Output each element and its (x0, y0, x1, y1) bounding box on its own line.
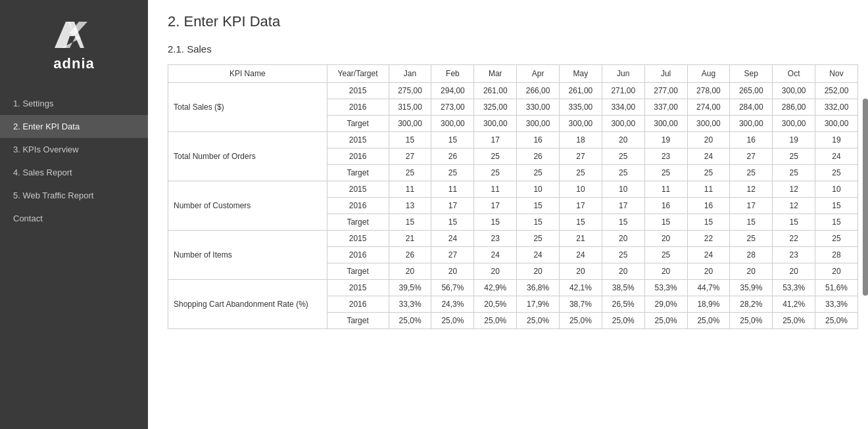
value-cell: 20 (687, 132, 730, 148)
value-cell: 300,00 (644, 116, 687, 132)
sidebar-nav: 1. Settings 2. Enter KPI Data 3. KPIs Ov… (0, 92, 148, 230)
value-cell: 16 (644, 198, 687, 214)
value-cell: 25 (602, 165, 644, 181)
value-cell: 11 (474, 181, 517, 198)
year-cell: 2016 (327, 198, 389, 214)
value-cell: 277,00 (644, 83, 687, 99)
value-cell: 24 (560, 247, 602, 263)
sidebar-item-contact[interactable]: Contact (0, 207, 148, 230)
col-header-jul: Jul (644, 65, 687, 83)
year-cell: Target (327, 313, 389, 329)
value-cell: 300,00 (815, 116, 858, 132)
value-cell: 15 (389, 214, 431, 231)
value-cell: 25 (602, 247, 644, 263)
value-cell: 16 (687, 198, 730, 214)
value-cell: 10 (517, 181, 560, 198)
value-cell: 42,9% (474, 280, 517, 296)
value-cell: 17 (474, 132, 517, 148)
value-cell: 25 (431, 165, 474, 181)
value-cell: 28 (730, 247, 773, 263)
value-cell: 25,0% (517, 313, 560, 329)
value-cell: 19 (815, 132, 858, 148)
value-cell: 25 (517, 165, 560, 181)
value-cell: 25 (815, 165, 858, 181)
year-cell: 2015 (327, 181, 389, 198)
value-cell: 20 (389, 263, 431, 280)
value-cell: 286,00 (773, 99, 815, 116)
col-header-feb: Feb (431, 65, 474, 83)
kpi-name-cell: Number of Customers (168, 181, 327, 231)
value-cell: 39,5% (389, 280, 431, 296)
value-cell: 20 (730, 263, 773, 280)
value-cell: 22 (687, 231, 730, 247)
value-cell: 23 (644, 148, 687, 165)
value-cell: 25,0% (773, 313, 815, 329)
value-cell: 16 (517, 132, 560, 148)
year-cell: 2016 (327, 148, 389, 165)
value-cell: 20 (602, 263, 644, 280)
value-cell: 41,2% (773, 296, 815, 313)
value-cell: 27 (389, 148, 431, 165)
value-cell: 20 (517, 263, 560, 280)
value-cell: 28,2% (730, 296, 773, 313)
value-cell: 15 (773, 214, 815, 231)
kpi-name-cell: Total Sales ($) (168, 83, 327, 132)
logo-icon (51, 16, 97, 53)
value-cell: 300,00 (773, 83, 815, 99)
value-cell: 18 (560, 132, 602, 148)
value-cell: 335,00 (560, 99, 602, 116)
value-cell: 12 (730, 181, 773, 198)
sidebar-item-settings[interactable]: 1. Settings (0, 92, 148, 115)
col-header-jun: Jun (602, 65, 644, 83)
value-cell: 33,3% (389, 296, 431, 313)
value-cell: 19 (644, 132, 687, 148)
value-cell: 20 (431, 263, 474, 280)
value-cell: 20 (602, 132, 644, 148)
sidebar-item-web-traffic[interactable]: 5. Web Traffic Report (0, 184, 148, 207)
value-cell: 26 (517, 148, 560, 165)
value-cell: 10 (560, 181, 602, 198)
value-cell: 19 (773, 132, 815, 148)
value-cell: 330,00 (517, 99, 560, 116)
value-cell: 15 (815, 214, 858, 231)
year-cell: 2015 (327, 231, 389, 247)
value-cell: 13 (389, 198, 431, 214)
value-cell: 10 (602, 181, 644, 198)
kpi-name-cell: Shopping Cart Abandonment Rate (%) (168, 280, 327, 329)
table-row: Number of Items2015212423252120202225222… (168, 231, 858, 247)
value-cell: 17 (730, 198, 773, 214)
value-cell: 11 (687, 181, 730, 198)
col-header-may: May (560, 65, 602, 83)
value-cell: 24 (431, 231, 474, 247)
value-cell: 25,0% (389, 313, 431, 329)
logo-area: adnia (51, 7, 97, 85)
value-cell: 300,00 (474, 116, 517, 132)
value-cell: 25,0% (730, 313, 773, 329)
value-cell: 38,5% (602, 280, 644, 296)
col-header-year-target: Year/Target (327, 65, 389, 83)
sidebar-item-enter-kpi[interactable]: 2. Enter KPI Data (0, 115, 148, 138)
value-cell: 33,3% (815, 296, 858, 313)
value-cell: 26 (389, 247, 431, 263)
value-cell: 25 (815, 231, 858, 247)
value-cell: 300,00 (517, 116, 560, 132)
table-row: Number of Customers201511111110101011111… (168, 181, 858, 198)
value-cell: 300,00 (730, 116, 773, 132)
value-cell: 334,00 (602, 99, 644, 116)
value-cell: 16 (730, 132, 773, 148)
value-cell: 15 (431, 214, 474, 231)
col-header-kpi-name: KPI Name (168, 65, 327, 83)
value-cell: 11 (431, 181, 474, 198)
value-cell: 20 (773, 263, 815, 280)
page-title: 2. Enter KPI Data (168, 13, 848, 30)
value-cell: 274,00 (687, 99, 730, 116)
sidebar-item-sales-report[interactable]: 4. Sales Report (0, 161, 148, 184)
value-cell: 332,00 (815, 99, 858, 116)
value-cell: 265,00 (730, 83, 773, 99)
year-cell: Target (327, 214, 389, 231)
sidebar-item-kpis-overview[interactable]: 3. KPIs Overview (0, 138, 148, 161)
value-cell: 20 (815, 263, 858, 280)
value-cell: 20 (474, 263, 517, 280)
col-header-mar: Mar (474, 65, 517, 83)
value-cell: 25 (773, 165, 815, 181)
